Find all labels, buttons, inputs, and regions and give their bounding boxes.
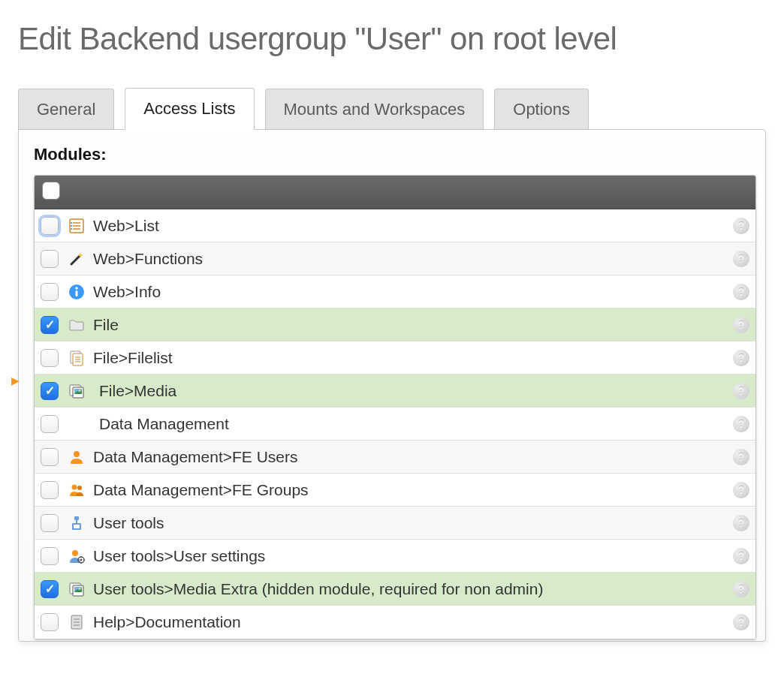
help-icon[interactable] <box>733 284 749 300</box>
module-row: Data Management>FE Groups <box>35 474 755 507</box>
svg-point-5 <box>71 225 72 227</box>
module-label: File>Filelist <box>93 349 733 367</box>
help-icon[interactable] <box>733 350 749 366</box>
modules-table: Web>ListWeb>FunctionsWeb>InfoFileFile>Fi… <box>34 175 756 639</box>
module-checkbox[interactable] <box>41 547 59 565</box>
module-row: File <box>35 308 755 341</box>
module-label: File>Media <box>99 382 733 400</box>
list-icon <box>66 215 87 236</box>
module-checkbox[interactable] <box>41 448 59 466</box>
table-header <box>35 176 755 209</box>
module-label: File <box>93 316 733 334</box>
help-icon[interactable] <box>733 548 749 564</box>
usersettings-icon <box>66 546 87 567</box>
module-label: Help>Documentation <box>93 613 733 631</box>
svg-point-21 <box>74 451 80 457</box>
tab-general[interactable]: General <box>18 89 114 130</box>
svg-point-20 <box>79 389 81 391</box>
info-icon <box>66 281 87 302</box>
svg-point-9 <box>75 287 78 290</box>
help-icon[interactable] <box>733 218 749 234</box>
module-checkbox[interactable] <box>41 481 59 499</box>
filelist-icon <box>66 348 87 369</box>
media-icon <box>66 579 87 600</box>
tools-icon <box>66 513 87 534</box>
module-label: Web>Functions <box>93 250 733 268</box>
module-row: Web>Functions <box>35 242 755 275</box>
tab-bar: General Access Lists Mounts and Workspac… <box>18 87 766 129</box>
module-checkbox[interactable] <box>41 283 59 301</box>
module-row: Data Management <box>35 408 755 441</box>
module-row: User tools <box>35 507 755 540</box>
module-row: User tools>User settings <box>35 540 755 573</box>
help-icon[interactable] <box>733 449 749 465</box>
svg-point-28 <box>72 550 78 556</box>
side-arrow-icon: ▶ <box>11 375 20 387</box>
wand-icon <box>66 248 87 269</box>
tab-options[interactable]: Options <box>494 89 589 130</box>
module-label: Data Management>FE Groups <box>93 481 733 499</box>
page-title: Edit Backend usergroup "User" on root le… <box>18 21 766 57</box>
module-label: Web>Info <box>93 283 733 301</box>
module-label: User tools <box>93 514 733 532</box>
svg-rect-10 <box>76 290 78 296</box>
select-all-checkbox[interactable] <box>42 182 60 200</box>
module-row: User tools>Media Extra (hidden module, r… <box>35 573 755 606</box>
module-row: Web>Info <box>35 275 755 308</box>
module-checkbox[interactable] <box>41 580 59 598</box>
module-checkbox[interactable] <box>41 382 59 400</box>
svg-line-7 <box>71 255 80 264</box>
help-icon[interactable] <box>733 383 749 399</box>
folder-icon <box>66 314 87 335</box>
group-icon <box>66 480 87 501</box>
module-checkbox[interactable] <box>41 217 59 235</box>
module-row: File>Media <box>35 375 755 408</box>
help-icon[interactable] <box>733 317 749 333</box>
tab-mounts-workspaces[interactable]: Mounts and Workspaces <box>265 89 484 130</box>
module-checkbox[interactable] <box>41 514 59 532</box>
tab-access-lists[interactable]: Access Lists <box>125 88 254 130</box>
module-checkbox[interactable] <box>41 349 59 367</box>
media-icon <box>66 381 87 402</box>
module-row: File>Filelist <box>35 341 755 375</box>
section-label-modules: Modules: <box>34 145 756 164</box>
svg-point-4 <box>71 222 72 224</box>
module-row: Help>Documentation <box>35 606 755 639</box>
help-icon[interactable] <box>733 581 749 597</box>
module-label: Data Management>FE Users <box>93 448 733 466</box>
svg-rect-24 <box>74 516 79 520</box>
svg-point-22 <box>72 484 77 489</box>
doc-icon <box>66 612 87 633</box>
svg-point-23 <box>77 486 82 490</box>
help-icon[interactable] <box>733 482 749 498</box>
access-lists-panel: ▶ Modules: Web>ListWeb>FunctionsWeb>Info… <box>18 129 766 642</box>
module-checkbox[interactable] <box>41 613 59 631</box>
user-icon <box>66 447 87 468</box>
module-label: Web>List <box>93 217 733 235</box>
module-checkbox[interactable] <box>41 415 59 433</box>
help-icon[interactable] <box>733 251 749 267</box>
module-label: User tools>User settings <box>93 547 733 565</box>
help-icon[interactable] <box>733 515 749 531</box>
module-label: Data Management <box>99 415 733 433</box>
module-row: Web>List <box>35 209 755 242</box>
module-checkbox[interactable] <box>41 316 59 334</box>
svg-point-39 <box>79 587 81 589</box>
svg-point-6 <box>71 228 72 230</box>
svg-rect-27 <box>74 525 80 528</box>
help-icon[interactable] <box>733 614 749 630</box>
svg-rect-25 <box>76 520 77 523</box>
module-row: Data Management>FE Users <box>35 441 755 474</box>
svg-point-30 <box>80 558 83 561</box>
module-label: User tools>Media Extra (hidden module, r… <box>93 580 733 598</box>
module-checkbox[interactable] <box>41 250 59 268</box>
help-icon[interactable] <box>733 416 749 432</box>
